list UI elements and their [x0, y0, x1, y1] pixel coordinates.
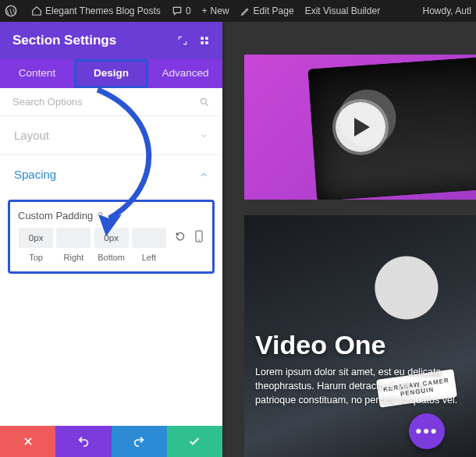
padding-bottom-label: Bottom [98, 253, 125, 262]
preview-area: KERSHAW CAMER PENGUIN Video One Lorem ip… [222, 22, 476, 457]
tile-body: Lorem ipsum dolor sit amet, est eu delic… [255, 365, 467, 407]
tab-content-label: Content [19, 67, 55, 79]
tile-text: Video One Lorem ipsum dolor sit amet, es… [255, 330, 467, 407]
svg-rect-2 [205, 37, 208, 40]
chevron-down-icon [199, 131, 208, 140]
accordion-spacing[interactable]: Spacing [0, 154, 222, 193]
comments-count: 0 [186, 5, 191, 16]
more-icon: ••• [415, 421, 438, 441]
tab-content[interactable]: Content [0, 59, 74, 88]
padding-left-input[interactable] [132, 228, 166, 248]
help-icon[interactable]: ? [98, 211, 103, 221]
check-icon [188, 435, 201, 448]
padding-top-label: Top [29, 253, 43, 262]
howdy-text: Howdy, Autl [423, 5, 471, 16]
tab-advanced[interactable]: Advanced [148, 59, 222, 88]
undo-button[interactable] [55, 426, 111, 457]
cancel-button[interactable] [0, 426, 55, 457]
exit-vb-label: Exit Visual Builder [305, 5, 381, 16]
exit-visual-builder-button[interactable]: Exit Visual Builder [305, 5, 381, 16]
custom-padding-label: Custom Padding [18, 210, 93, 221]
padding-right-label: Right [64, 253, 84, 262]
redo-button[interactable] [112, 426, 167, 457]
search-options[interactable]: Search Options [0, 88, 222, 115]
plus-icon: + [202, 5, 208, 16]
wordpress-icon [5, 5, 17, 17]
edit-page-button[interactable]: Edit Page [240, 5, 294, 16]
padding-left-label: Left [142, 253, 156, 262]
svg-rect-1 [201, 37, 204, 40]
panel-footer [0, 426, 222, 457]
expand-icon[interactable] [177, 35, 188, 46]
pencil-icon [240, 6, 250, 16]
tab-design-label: Design [94, 67, 129, 79]
close-icon [23, 436, 34, 447]
panel-title: Section Settings [12, 33, 116, 48]
wp-logo[interactable] [5, 5, 20, 17]
settings-panel: Section Settings Content Design Adv [0, 22, 222, 457]
svg-point-7 [198, 239, 200, 241]
play-button[interactable] [336, 102, 385, 152]
undo-icon [77, 435, 90, 448]
padding-bottom-input[interactable] [94, 228, 129, 248]
accordion-spacing-label: Spacing [14, 168, 56, 181]
panel-body: Search Options Layout Spacing Custom Pad… [0, 88, 222, 426]
edit-page-label: Edit Page [254, 5, 294, 16]
grid-icon[interactable] [199, 35, 210, 46]
tile-title: Video One [255, 330, 467, 360]
tab-design[interactable]: Design [74, 59, 148, 88]
panel-tabs: Content Design Advanced [0, 59, 222, 88]
custom-padding-block: Custom Padding ? Top Right Bottom [8, 200, 215, 274]
comments-button[interactable]: 0 [172, 5, 191, 16]
site-title-text: Elegant Themes Blog Posts [45, 5, 161, 16]
padding-top-input[interactable] [19, 228, 53, 248]
accordion-layout[interactable]: Layout [0, 115, 222, 154]
save-button[interactable] [167, 426, 222, 457]
svg-rect-3 [201, 41, 204, 44]
howdy-user[interactable]: Howdy, Autl [423, 5, 471, 16]
video-hero[interactable] [244, 55, 476, 200]
reset-icon[interactable] [175, 231, 186, 242]
site-name[interactable]: Elegant Themes Blog Posts [31, 5, 161, 16]
panel-header: Section Settings [0, 22, 222, 59]
redo-icon [133, 435, 145, 448]
new-label: New [211, 5, 229, 16]
workspace: Section Settings Content Design Adv [0, 22, 476, 457]
comment-icon [172, 5, 183, 16]
svg-point-5 [201, 98, 206, 104]
search-placeholder: Search Options [12, 96, 83, 108]
chevron-up-icon [199, 170, 208, 179]
svg-rect-4 [205, 41, 208, 44]
accordion-layout-label: Layout [14, 129, 49, 142]
tab-advanced-label: Advanced [162, 67, 208, 79]
wp-admin-bar: Elegant Themes Blog Posts 0 + New Edit P… [0, 0, 476, 22]
home-icon [31, 5, 42, 16]
builder-fab[interactable]: ••• [409, 413, 445, 449]
new-button[interactable]: + New [202, 5, 229, 16]
responsive-icon[interactable] [194, 231, 204, 242]
search-icon [199, 97, 210, 108]
padding-right-input[interactable] [56, 228, 91, 248]
camera-image [307, 56, 476, 200]
